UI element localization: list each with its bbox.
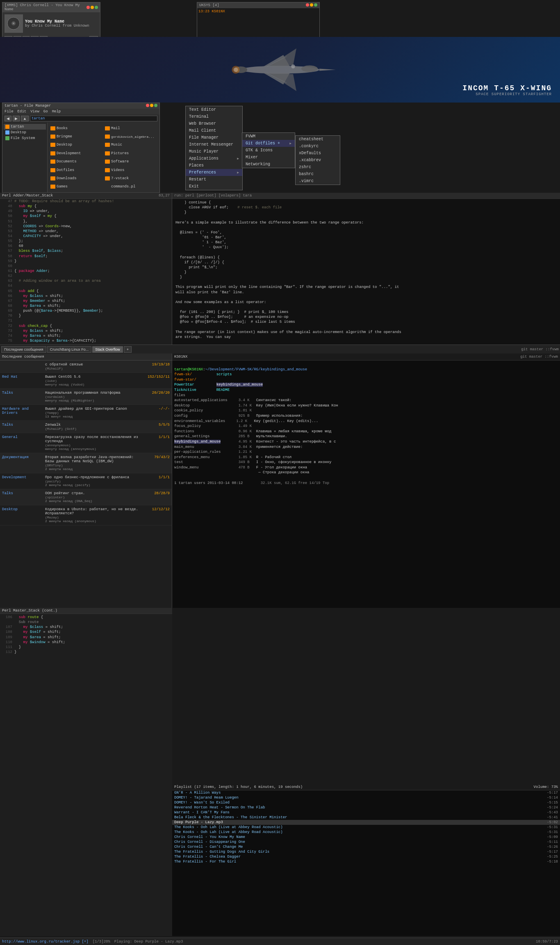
code-scroll-left[interactable]: 47# TODO: Require should be an array of …: [0, 199, 172, 342]
forum-category: General: [2, 435, 43, 451]
left-bottom-scroll[interactable]: 106 sub route { Sub route 107 my $class …: [0, 614, 172, 934]
code-scroll-right[interactable]: ) continue { close ARGV if eof; # reset …: [172, 199, 560, 342]
fm-sidebar-desktop[interactable]: Desktop: [4, 130, 46, 135]
fm-folder-gordikovich[interactable]: gordikovich_algebra...: [104, 133, 157, 140]
menu-im[interactable]: Internet Messenger: [186, 141, 242, 148]
menu-exit[interactable]: Exit: [186, 183, 242, 190]
submenu-git-dotfiles[interactable]: Git dotfiles + ▶: [242, 140, 295, 147]
code-header-bottom-left: Perl Master_Stack (cont.): [0, 608, 172, 614]
fm-folder-bringme[interactable]: Bringme: [50, 133, 103, 140]
menu-mail-client[interactable]: Mail Client: [186, 127, 242, 134]
status-position: [1/3]20%: [93, 940, 110, 944]
fm-file-commands[interactable]: commands.pl: [104, 183, 157, 190]
filesystem-icon: [5, 136, 9, 140]
forum-row: Red Hat Вышел CentOS 5.6 (luke) минуту н…: [0, 373, 172, 389]
status-url[interactable]: http://www.linux.org.ru/tracker.jsp [+]: [2, 940, 89, 944]
submenu-gtk-icons[interactable]: GTK & Icons: [242, 147, 295, 154]
taskbar-btn-forums[interactable]: Последние сообщения: [1, 346, 46, 353]
code-line: 53 METHOD => under,: [0, 229, 172, 234]
playlist-item[interactable]: DOMEY! - Wasn't So Exiled -5:15: [172, 800, 560, 805]
submenu-fvwm[interactable]: FVWM: [242, 133, 295, 140]
fm-folder-videos[interactable]: Videos: [104, 167, 157, 173]
playlist-item[interactable]: GN'R - A Million Ways -5:17: [172, 790, 560, 795]
playlist-item[interactable]: Bela Fleck & the Flecktones - The Sinist…: [172, 815, 560, 820]
playlist-scroll[interactable]: GN'R - A Million Ways -5:17 DOMEY! - Taj…: [172, 790, 560, 934]
fm-folder-downloads[interactable]: Downloads: [50, 175, 103, 182]
fm-folder-games[interactable]: Games: [50, 183, 103, 190]
forum-content: Перезагрузка сразу после восстановления …: [45, 435, 139, 451]
playlist-item[interactable]: Chris Cornell - Can't Change Me -5:26: [172, 845, 560, 849]
subsubmenu-conkyrc[interactable]: .conkyrc: [296, 143, 340, 150]
fm-menu-view[interactable]: View: [30, 110, 39, 114]
fm-folder-pictures[interactable]: Pictures: [104, 150, 157, 157]
playlist-item[interactable]: Reverend Horton Heat - Sermon On The Fla…: [172, 805, 560, 810]
subsubmenu-vimrc[interactable]: .vimrc: [296, 178, 340, 185]
taskbar-btn-stackoverflow[interactable]: Stack Overflow: [92, 346, 123, 353]
playlist-item[interactable]: Warrant - I CAN'T My Fans -5:43: [172, 810, 560, 815]
track-info: You Know My Name by Chris Cornell from U…: [25, 19, 98, 28]
fm-folder-documents[interactable]: Documents: [50, 158, 103, 165]
terminal-content[interactable]: tartan@KS01NX:~/Development/FVWM-SK/RG/k…: [172, 361, 560, 492]
fm-up[interactable]: ▲: [21, 116, 29, 121]
fm-folder-music[interactable]: Music: [104, 142, 157, 148]
fm-menu-edit[interactable]: Edit: [18, 110, 27, 114]
playlist-item[interactable]: Chris Cornell - Disappearing One -5:11: [172, 840, 560, 845]
taskbar-btn-extra[interactable]: +: [124, 346, 132, 353]
fm-folder-7vstack[interactable]: 7-vstack: [104, 175, 157, 182]
fm-sidebar-tartan[interactable]: tartan: [4, 124, 46, 130]
menu-file-manager[interactable]: File Manager: [186, 134, 242, 141]
menu-restart[interactable]: Restart: [186, 176, 242, 183]
playlist-item-current[interactable]: Deep Purple - Lazy.mp3 -5:02: [172, 820, 560, 825]
fm-back[interactable]: ◀: [5, 116, 11, 121]
playlist-item[interactable]: DOMEY! - Tajarand Heam Luegen -5:14: [172, 795, 560, 800]
code-line: 67 my $member = shift;: [0, 299, 172, 304]
playlist-item[interactable]: The Fratellis - Chelsea Dagger -5:25: [172, 854, 560, 859]
menu-preferences[interactable]: Preferences ▶: [186, 169, 242, 176]
submenu-mixer[interactable]: Mixer: [242, 154, 295, 161]
subsubmenu-cheatsheet[interactable]: cheatsheet: [296, 136, 340, 143]
menu-places[interactable]: Places: [186, 162, 242, 169]
folder-icon: [105, 151, 110, 155]
fm-menu-file[interactable]: File: [5, 110, 14, 114]
playlist-item[interactable]: The Kooks - Ooh Lah (Live at Abbey Road …: [172, 825, 560, 830]
fm-menu-help[interactable]: Help: [52, 110, 61, 114]
fm-folder-books[interactable]: Books: [50, 125, 103, 132]
menu-music-player[interactable]: Music Player: [186, 148, 242, 155]
fm-folder-dotfiles[interactable]: Dotfiles: [50, 167, 103, 173]
music-player-body: You Know My Name by Chris Cornell from U…: [2, 12, 100, 35]
submenu-networking[interactable]: Networking: [242, 161, 295, 168]
fm-folder-development[interactable]: Development: [50, 150, 103, 157]
forum-content: Вышел CentOS 5.6 (luke) минуту назад (Vu…: [45, 375, 139, 386]
fm-menu-go[interactable]: Go: [43, 110, 48, 114]
close-btn[interactable]: [87, 6, 90, 9]
subsubmenu-xcabbrev[interactable]: .xcabbrev: [296, 157, 340, 164]
fm-folder-mail[interactable]: Mail: [104, 125, 157, 132]
fm-sidebar-filesystem[interactable]: File System: [4, 135, 46, 141]
subsubmenu-bashrc[interactable]: bashrc: [296, 171, 340, 178]
code-line: 60: [0, 264, 172, 269]
menu-applications[interactable]: Applications ▶: [186, 155, 242, 162]
forum-row: Talks ООН рейтинг стран. (splinter) 2 ми…: [0, 489, 172, 505]
subsubmenu-zshrc[interactable]: zshrc: [296, 164, 340, 171]
min-btn[interactable]: [91, 6, 94, 9]
taskbar-btn-crunchbang[interactable]: CrunchBang Linux Fo...: [47, 346, 92, 353]
fm-folder-desktop[interactable]: Desktop: [50, 142, 103, 148]
folder-icon: [105, 135, 110, 139]
max-btn[interactable]: [95, 6, 98, 9]
playlist-item[interactable]: The Fratellis - For The Girl -5:18: [172, 859, 560, 864]
taskbar: Последние сообщения CrunchBang Linux Fo.…: [0, 345, 560, 354]
subsubmenu-xdefaults[interactable]: xDefaults: [296, 150, 340, 157]
playlist-item[interactable]: The Kooks - Ooh Lah (Live at Abbey Road …: [172, 830, 560, 835]
menu-terminal[interactable]: Terminal: [186, 113, 242, 120]
menu-web-browser[interactable]: Web Browser: [186, 120, 242, 127]
fm-location[interactable]: tartan: [30, 116, 157, 121]
playlist-item[interactable]: Chris Cornell - You Know My Name -5:09: [172, 835, 560, 840]
fm-folder-software[interactable]: Software: [104, 158, 157, 165]
code-line: 55 };: [0, 239, 172, 244]
menu-text-editor[interactable]: Text Editor: [186, 106, 242, 113]
folder-icon: [105, 160, 110, 164]
playlist-item[interactable]: The Fratellis - Gutting Dogs And City Gi…: [172, 849, 560, 854]
code-line: 110 my $window = shift;: [0, 640, 172, 645]
forum-row: Development Про одно бизнес-предложение …: [0, 473, 172, 489]
fm-forward[interactable]: ▶: [13, 116, 20, 121]
